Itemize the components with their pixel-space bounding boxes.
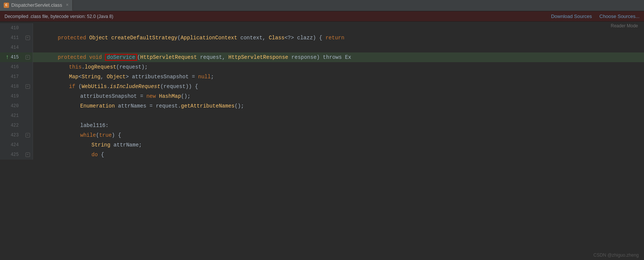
line-number: 420	[0, 101, 22, 111]
line-content: while(true) {	[33, 130, 644, 140]
line-content: do {	[33, 150, 644, 160]
line-number: 410	[0, 23, 22, 33]
table-row: 425 − do {	[0, 150, 644, 160]
line-content: Map<String, Object> attributesSnapshot =…	[33, 72, 644, 82]
fold-icon[interactable]: −	[25, 133, 30, 137]
line-margin	[22, 140, 33, 150]
table-row: 423 − while(true) {	[0, 130, 644, 140]
tab-file-icon: C	[4, 3, 9, 8]
line-number: 411	[0, 33, 22, 43]
info-actions: Download Sources Choose Sources...	[551, 13, 640, 19]
line-margin	[22, 111, 33, 121]
table-row: 411 − protected Object createDefaultStra…	[0, 33, 644, 43]
line-content	[33, 23, 644, 33]
line-number: 424	[0, 140, 22, 150]
dispatcher-servlet-tab[interactable]: C DispatcherServlet.class ×	[0, 0, 73, 11]
table-row: 420 Enumeration attrNames = request.getA…	[0, 101, 644, 111]
table-row: 424 String attrName;	[0, 140, 644, 150]
line-margin: −	[22, 33, 33, 43]
line-margin	[22, 62, 33, 72]
fold-icon[interactable]: −	[25, 84, 30, 89]
line-content: String attrName;	[33, 140, 644, 150]
line-margin	[22, 91, 33, 101]
table-row: ↑ 415 − protected void doService(HttpSer…	[0, 52, 644, 62]
download-sources-link[interactable]: Download Sources	[551, 13, 592, 19]
line-content: protected void doService(HttpServletRequ…	[33, 52, 644, 62]
reader-mode-label[interactable]: Reader Mode	[611, 23, 638, 28]
line-margin: −	[22, 52, 33, 62]
line-number: 419	[0, 91, 22, 101]
line-number: 425	[0, 150, 22, 160]
line-margin: −	[22, 150, 33, 160]
watermark: CSDN @zhiguo.zheng	[593, 253, 639, 258]
line-number: 414	[0, 43, 22, 52]
line-content	[33, 111, 644, 121]
info-description: Decompiled .class file, bytecode version…	[4, 14, 113, 19]
line-content: Enumeration attrNames = request.getAttri…	[33, 101, 644, 111]
code-area: Reader Mode 410 411 − protected Object c…	[0, 22, 644, 260]
line-margin	[22, 43, 33, 52]
tab-close-button[interactable]: ×	[66, 3, 69, 8]
line-margin	[22, 23, 33, 33]
line-margin: −	[22, 130, 33, 140]
line-number: 422	[0, 121, 22, 130]
line-number: 421	[0, 111, 22, 121]
choose-sources-link[interactable]: Choose Sources...	[599, 13, 640, 19]
fold-icon[interactable]: −	[25, 152, 30, 157]
table-row: 414	[0, 43, 644, 52]
tab-label: DispatcherServlet.class	[11, 2, 62, 8]
code-lines: 410 411 − protected Object createDefault…	[0, 22, 644, 160]
line-content	[33, 43, 644, 52]
line-number: 423	[0, 130, 22, 140]
highlighted-method: doService	[105, 54, 137, 61]
line-number: 418	[0, 82, 22, 91]
table-row: 410	[0, 23, 644, 33]
info-bar: Decompiled .class file, bytecode version…	[0, 11, 644, 22]
line-content: protected Object createDefaultStrategy(A…	[33, 33, 644, 43]
line-margin: −	[22, 82, 33, 91]
line-content: if (WebUtils.isIncludeRequest(request)) …	[33, 82, 644, 91]
line-margin	[22, 121, 33, 130]
line-margin	[22, 72, 33, 82]
line-number: ↑ 415	[0, 52, 22, 62]
table-row: 421	[0, 111, 644, 121]
line-number: 416	[0, 62, 22, 72]
line-content: this.logRequest(request);	[33, 62, 644, 72]
line-content: attributesSnapshot = new HashMap();	[33, 91, 644, 101]
table-row: 417 Map<String, Object> attributesSnapsh…	[0, 72, 644, 82]
table-row: 422 label116:	[0, 121, 644, 130]
line-content: label116:	[33, 121, 644, 130]
fold-icon[interactable]: −	[25, 55, 30, 60]
breakpoint-arrow: ↑	[6, 54, 9, 61]
line-number: 417	[0, 72, 22, 82]
table-row: 418 − if (WebUtils.isIncludeRequest(requ…	[0, 82, 644, 91]
table-row: 419 attributesSnapshot = new HashMap();	[0, 91, 644, 101]
line-margin	[22, 101, 33, 111]
tab-bar: C DispatcherServlet.class ×	[0, 0, 644, 11]
fold-icon[interactable]: −	[25, 36, 30, 40]
table-row: 416 this.logRequest(request);	[0, 62, 644, 72]
